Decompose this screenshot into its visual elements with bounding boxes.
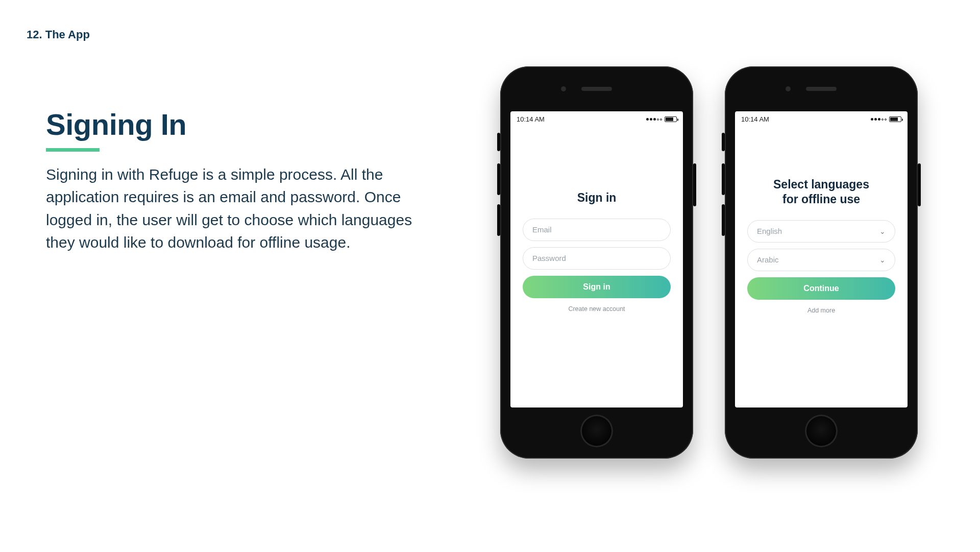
home-button[interactable]	[805, 415, 838, 447]
password-placeholder: Password	[532, 254, 566, 262]
page-title: Signing In	[46, 107, 186, 141]
earpiece-icon	[806, 87, 837, 91]
power-button	[918, 163, 921, 206]
status-time: 10:14 AM	[517, 115, 545, 123]
signin-form: Sign in Email Password Sign in Create ne…	[510, 190, 683, 313]
chevron-down-icon: ⌄	[879, 256, 886, 264]
signal-dots-icon	[646, 118, 662, 121]
status-right	[646, 116, 677, 122]
phone-screen: 10:14 AM Sign in Email Password Sign in …	[510, 111, 683, 407]
status-bar: 10:14 AM	[735, 111, 908, 125]
language-title: Select languages for offline use	[747, 177, 895, 207]
language-select-1[interactable]: English ⌄	[747, 220, 895, 243]
front-camera-icon	[561, 86, 566, 91]
status-bar: 10:14 AM	[510, 111, 683, 125]
title-underline	[46, 148, 100, 152]
volume-down	[722, 204, 725, 236]
battery-icon	[889, 116, 901, 122]
section-label: 12. The App	[27, 28, 90, 41]
status-time: 10:14 AM	[741, 115, 769, 123]
language-title-line1: Select languages	[773, 178, 869, 191]
language-form: Select languages for offline use English…	[735, 177, 908, 314]
volume-down	[497, 204, 500, 236]
status-right	[871, 116, 901, 122]
chevron-down-icon: ⌄	[879, 227, 886, 235]
home-button[interactable]	[580, 415, 613, 447]
language-select-2-value: Arabic	[757, 255, 779, 264]
phone-mockup-signin: 10:14 AM Sign in Email Password Sign in …	[500, 66, 693, 459]
phone-mockup-languages: 10:14 AM Select languages for offline us…	[725, 66, 918, 459]
continue-button[interactable]: Continue	[747, 277, 895, 300]
phone-screen: 10:14 AM Select languages for offline us…	[735, 111, 908, 407]
language-title-line2: for offline use	[782, 193, 860, 206]
battery-icon	[665, 116, 677, 122]
power-button	[693, 163, 696, 206]
signin-title: Sign in	[523, 190, 671, 205]
mute-switch	[497, 133, 500, 151]
earpiece-icon	[581, 87, 612, 91]
language-select-1-value: English	[757, 227, 782, 235]
volume-up	[722, 163, 725, 195]
create-account-link[interactable]: Create new account	[523, 305, 671, 313]
email-placeholder: Email	[532, 225, 552, 234]
signal-dots-icon	[871, 118, 887, 121]
email-field[interactable]: Email	[523, 219, 671, 241]
front-camera-icon	[786, 86, 791, 91]
password-field[interactable]: Password	[523, 247, 671, 270]
body-paragraph: Signing in with Refuge is a simple proce…	[46, 163, 413, 254]
signin-button[interactable]: Sign in	[523, 276, 671, 298]
volume-up	[497, 163, 500, 195]
mute-switch	[722, 133, 725, 151]
language-select-2[interactable]: Arabic ⌄	[747, 249, 895, 271]
add-more-link[interactable]: Add more	[747, 307, 895, 314]
